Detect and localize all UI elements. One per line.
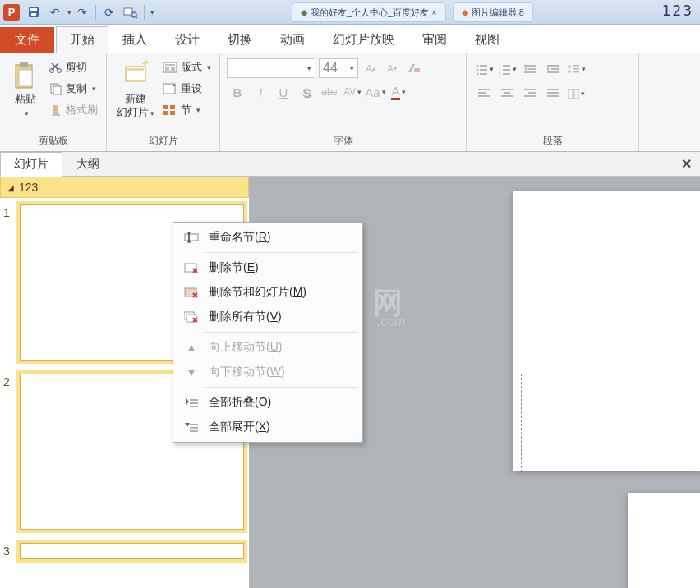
increase-indent-button[interactable]	[542, 58, 564, 80]
strike-button[interactable]: abc	[319, 81, 340, 103]
ribbon-tab-strip: 文件 开始 插入 设计 切换 动画 幻灯片放映 审阅 视图	[0, 25, 700, 53]
animation-tab[interactable]: 动画	[266, 26, 319, 53]
svg-rect-32	[480, 73, 487, 75]
svg-rect-63	[574, 89, 579, 99]
new-slide-button[interactable]: 新建 幻灯片▾	[112, 57, 159, 120]
change-case-button[interactable]: Aa▾	[365, 81, 386, 103]
svg-rect-53	[501, 89, 513, 90]
browser-tabs: ◆我的好友_个人中心_百度好友 × ◆图片编辑器.8	[292, 2, 533, 22]
app-icon: P	[3, 4, 20, 21]
numbering-button[interactable]: 123▾	[496, 58, 518, 80]
layout-icon	[163, 61, 177, 74]
svg-rect-58	[524, 95, 536, 97]
char-spacing-button[interactable]: AV▾	[342, 81, 363, 103]
clear-format-button[interactable]	[403, 57, 424, 79]
grow-font-button[interactable]: A▴	[360, 57, 381, 79]
layout-button[interactable]: 版式▾	[159, 57, 214, 78]
svg-rect-59	[547, 89, 559, 90]
slide-preview	[20, 543, 244, 559]
slide-canvas[interactable]	[628, 493, 700, 588]
svg-rect-45	[547, 71, 559, 73]
italic-button[interactable]: I	[250, 81, 271, 103]
slideshow-tab[interactable]: 幻灯片放映	[319, 26, 408, 53]
svg-rect-77	[190, 424, 198, 425]
svg-rect-40	[528, 68, 536, 70]
line-spacing-button[interactable]: ▾	[565, 58, 587, 80]
svg-rect-51	[478, 92, 486, 94]
font-size-combo[interactable]: 44▾	[319, 58, 358, 78]
shadow-button[interactable]: S	[296, 81, 317, 103]
svg-rect-8	[19, 70, 32, 86]
svg-point-27	[476, 65, 478, 67]
reset-button[interactable]: 重设	[159, 78, 214, 99]
svg-text:3: 3	[499, 71, 501, 75]
review-tab[interactable]: 审阅	[408, 26, 461, 53]
outline-panel-tab[interactable]: 大纲	[62, 152, 113, 177]
up-icon: ▲	[182, 339, 200, 356]
panel-close-button[interactable]: ✕	[681, 156, 692, 172]
columns-button[interactable]: ▾	[565, 83, 587, 104]
rename-section-item[interactable]: 重命名节(R)	[176, 225, 360, 250]
align-left-button[interactable]	[473, 83, 495, 104]
align-right-button[interactable]	[519, 83, 541, 104]
underline-button[interactable]: U	[273, 81, 294, 103]
svg-rect-24	[163, 111, 168, 115]
down-icon: ▼	[182, 364, 200, 380]
svg-point-29	[476, 69, 478, 71]
undo-dropdown[interactable]: ▾	[67, 8, 71, 16]
notes-placeholder[interactable]	[521, 374, 693, 472]
svg-rect-36	[503, 69, 510, 71]
insert-tab[interactable]: 插入	[108, 26, 161, 53]
paste-button[interactable]: 粘贴▾	[5, 57, 46, 120]
bullets-button[interactable]: ▾	[473, 58, 495, 80]
qat-separator	[144, 5, 145, 20]
qat-customize[interactable]: ▾	[150, 8, 154, 16]
delete-section-item[interactable]: 删除节(E)	[176, 255, 360, 280]
svg-rect-60	[547, 92, 559, 94]
svg-marker-15	[142, 60, 149, 67]
font-color-button[interactable]: A▾	[388, 81, 409, 103]
svg-rect-64	[185, 234, 198, 241]
delete-section-slides-item[interactable]: 删除节和幻灯片(M)	[176, 280, 360, 305]
bold-button[interactable]: B	[227, 81, 248, 103]
delete-all-sections-item[interactable]: 删除所有节(V)	[176, 305, 360, 329]
section-header[interactable]: ◢ 123	[0, 177, 249, 198]
browser-tab[interactable]: ◆图片编辑器.8	[453, 2, 533, 22]
redo-button[interactable]: ↷	[73, 3, 91, 21]
section-button[interactable]: 节▾	[159, 99, 214, 121]
align-center-button[interactable]	[496, 83, 518, 104]
preview-button[interactable]	[122, 3, 140, 21]
svg-rect-62	[568, 89, 573, 99]
slides-group: 新建 幻灯片▾ 版式▾ 重设 节▾ 幻灯片	[107, 53, 220, 151]
justify-button[interactable]	[542, 83, 564, 104]
svg-rect-2	[31, 13, 36, 16]
font-name-combo[interactable]: ▾	[227, 58, 315, 78]
save-button[interactable]	[25, 3, 43, 21]
view-tab[interactable]: 视图	[461, 26, 513, 53]
copy-button[interactable]: 复制▾	[46, 78, 101, 99]
browser-tab[interactable]: ◆我的好友_个人中心_百度好友 ×	[292, 2, 446, 22]
file-tab[interactable]: 文件	[0, 27, 54, 53]
cut-button[interactable]: 剪切	[46, 57, 101, 78]
delete-icon	[182, 260, 200, 276]
shrink-font-button[interactable]: A▾	[381, 57, 403, 79]
slide-thumb[interactable]: 3	[0, 536, 249, 566]
collapse-icon	[182, 394, 200, 411]
home-tab[interactable]: 开始	[56, 26, 108, 53]
transition-tab[interactable]: 切换	[214, 26, 266, 53]
svg-rect-48	[573, 68, 579, 70]
menu-separator	[204, 332, 357, 333]
slide-number: 2	[3, 374, 16, 530]
expand-all-item[interactable]: 全部展开(X)	[176, 415, 360, 439]
decrease-indent-button[interactable]	[519, 58, 541, 80]
slides-panel-tab[interactable]: 幻灯片	[0, 152, 62, 177]
refresh-button[interactable]: ⟳	[100, 3, 118, 21]
collapse-all-item[interactable]: 全部折叠(O)	[176, 390, 360, 415]
format-painter-button[interactable]: 格式刷	[46, 99, 101, 121]
undo-button[interactable]: ↶	[46, 3, 64, 21]
svg-rect-54	[504, 92, 510, 94]
svg-rect-73	[190, 399, 198, 401]
design-tab[interactable]: 设计	[161, 26, 214, 53]
svg-rect-41	[524, 71, 536, 73]
svg-marker-42	[524, 67, 527, 71]
